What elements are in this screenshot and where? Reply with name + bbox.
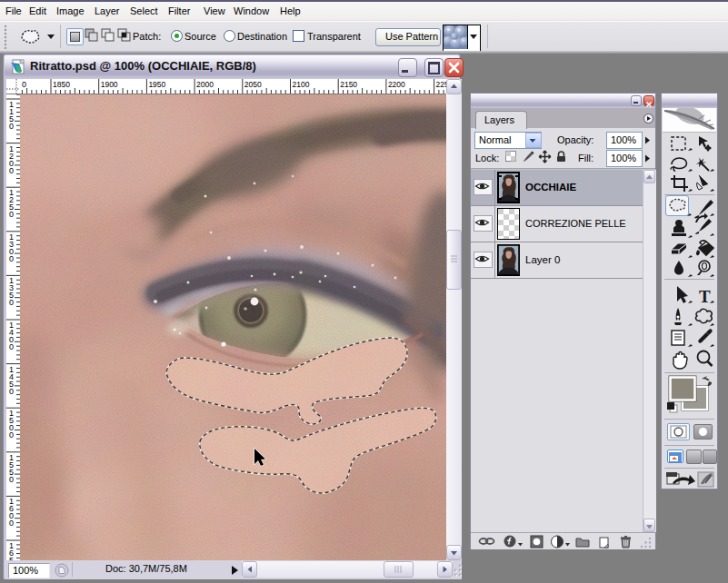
svg-text:0: 0 [9, 519, 14, 528]
svg-text:1900: 1900 [101, 80, 118, 89]
svg-text:2000: 2000 [196, 80, 214, 89]
svg-text:2200: 2200 [388, 80, 405, 89]
svg-text:0: 0 [9, 430, 14, 440]
svg-text:0: 0 [9, 298, 14, 307]
svg-text:0: 0 [9, 166, 14, 175]
svg-text:T: T [699, 287, 711, 306]
svg-text:0: 0 [22, 80, 26, 89]
svg-text:0: 0 [9, 254, 14, 263]
svg-text:0: 0 [9, 475, 14, 484]
svg-text:0: 0 [9, 387, 14, 396]
svg-text:0: 0 [9, 210, 14, 219]
svg-text:0: 0 [9, 122, 14, 131]
svg-text:2150: 2150 [340, 80, 357, 89]
svg-text:1950: 1950 [148, 80, 165, 89]
svg-text:1850: 1850 [53, 80, 70, 89]
svg-text:2100: 2100 [293, 80, 310, 89]
svg-text:2250: 2250 [436, 80, 446, 89]
svg-text:2050: 2050 [244, 80, 262, 89]
svg-text:0: 0 [9, 342, 14, 351]
